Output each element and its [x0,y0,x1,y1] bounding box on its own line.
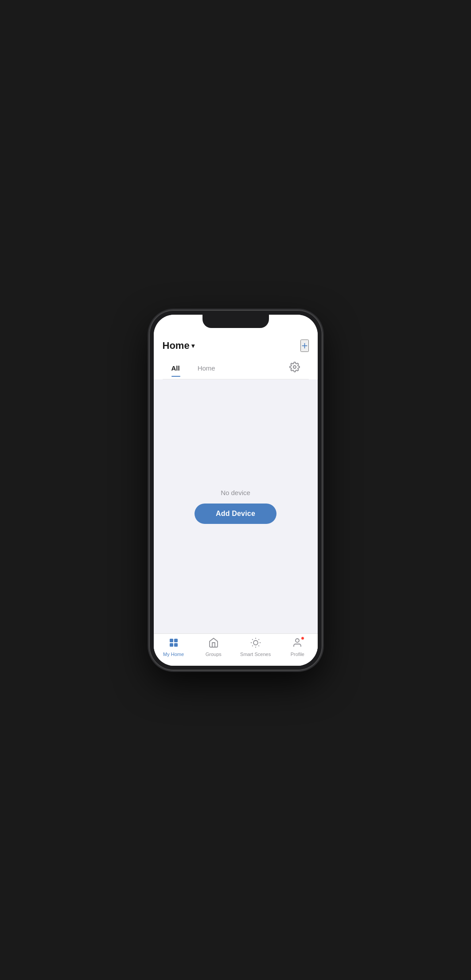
header-top: Home ▾ + [163,340,309,357]
app-content: Home ▾ + All Home [154,334,318,666]
screen: Home ▾ + All Home [154,315,318,666]
settings-icon[interactable] [280,357,309,379]
main-content: No device Add Device [154,379,318,633]
svg-point-0 [293,366,296,368]
gear-svg [289,362,300,372]
smart-scenes-icon [250,637,261,650]
svg-line-13 [258,639,259,640]
profile-icon-wrapper [292,637,303,650]
bottom-tab-bar: My Home Groups [154,633,318,666]
svg-rect-4 [174,643,178,647]
my-home-label: My Home [163,652,184,657]
profile-label: Profile [291,652,304,657]
add-button[interactable]: + [300,340,308,352]
my-home-icon [168,637,179,650]
tab-all-label: All [171,364,180,372]
svg-rect-3 [170,643,173,647]
smart-scenes-label: Smart Scenes [240,652,271,657]
add-device-button[interactable]: Add Device [195,504,276,524]
groups-icon [208,637,219,650]
chevron-down-icon: ▾ [191,342,195,349]
svg-line-8 [252,639,253,640]
home-title-text: Home [163,340,190,351]
svg-point-5 [253,640,258,645]
notch [202,315,269,328]
no-device-text: No device [221,489,250,496]
tab-home-label: Home [198,364,215,372]
tab-smart-scenes[interactable]: Smart Scenes [240,637,271,657]
svg-rect-2 [174,639,178,642]
phone-frame: Home ▾ + All Home [149,310,322,670]
home-title-area[interactable]: Home ▾ [163,340,195,351]
tab-home[interactable]: Home [189,360,224,376]
groups-label: Groups [206,652,222,657]
header: Home ▾ + All Home [154,334,318,379]
tab-my-home[interactable]: My Home [160,637,187,657]
tabs-bar: All Home [163,357,309,379]
svg-line-9 [258,645,259,646]
profile-badge [301,636,304,640]
tab-profile[interactable]: Profile [284,637,311,657]
svg-line-12 [252,645,253,646]
svg-rect-1 [170,639,173,642]
svg-point-14 [296,639,299,642]
tab-groups[interactable]: Groups [200,637,227,657]
tab-all[interactable]: All [163,360,189,376]
